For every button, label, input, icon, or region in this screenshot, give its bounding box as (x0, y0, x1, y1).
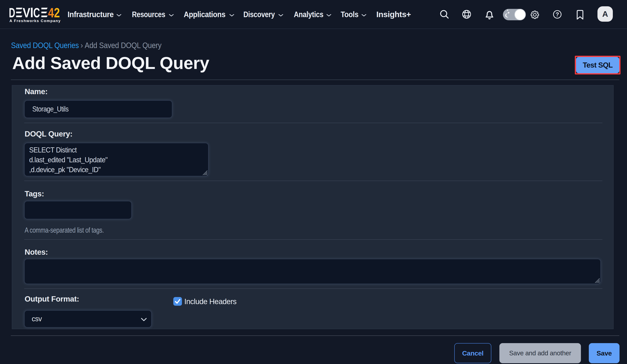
svg-text:?: ? (556, 11, 559, 17)
svg-text:D: D (9, 7, 15, 20)
svg-text:C: C (33, 7, 40, 20)
svg-text:42: 42 (48, 7, 60, 20)
svg-text:V: V (23, 7, 30, 20)
